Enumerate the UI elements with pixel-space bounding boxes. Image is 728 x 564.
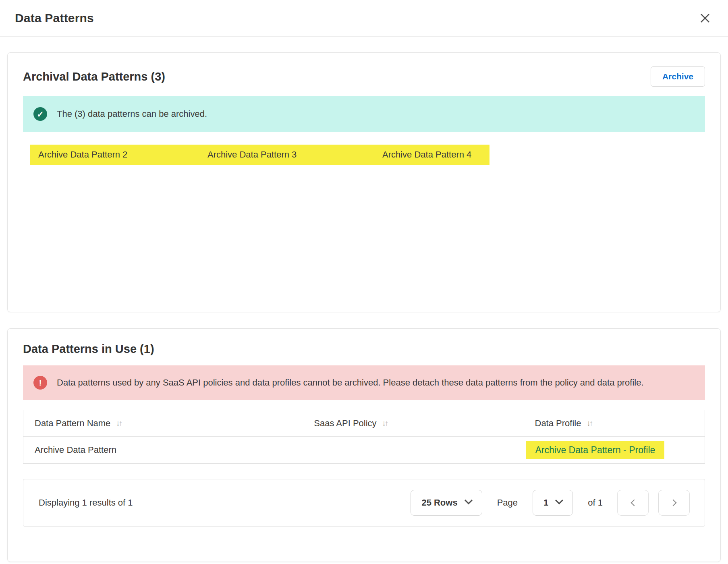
archival-card-title: Archival Data Patterns (3) — [23, 70, 165, 83]
page-number-value: 1 — [543, 498, 548, 508]
sort-up-arrow: ↑ — [119, 419, 122, 427]
chevron-left-icon — [631, 500, 637, 506]
sort-up-arrow: ↑ — [385, 419, 388, 427]
table-header-row: Data Pattern Name ↓↑ Saas API Policy ↓↑ … — [23, 410, 705, 437]
archival-card-header: Archival Data Patterns (3) Archive — [23, 66, 705, 87]
sort-icon[interactable]: ↓↑ — [382, 419, 388, 428]
error-banner: ! Data patterns used by any SaaS API pol… — [23, 365, 705, 400]
archivable-pattern-item: Archive Data Pattern 4 — [374, 149, 489, 160]
chevron-down-icon — [555, 496, 563, 504]
previous-page-button[interactable] — [617, 490, 649, 516]
close-icon — [699, 12, 711, 24]
error-banner-text: Data patterns used by any SaaS API polic… — [57, 376, 644, 389]
sort-icon[interactable]: ↓↑ — [587, 419, 592, 428]
data-profile-link[interactable]: Archive Data Pattern - Profile — [526, 441, 665, 459]
table-row: Archive Data Pattern Archive Data Patter… — [23, 437, 705, 463]
close-button[interactable] — [698, 11, 712, 25]
archive-button[interactable]: Archive — [651, 66, 705, 87]
sort-up-arrow: ↑ — [589, 419, 592, 427]
data-patterns-in-use-card: Data Patterns in Use (1) ! Data patterns… — [7, 328, 721, 562]
column-header-label: Data Pattern Name — [35, 418, 110, 429]
cell-data-profile: Archive Data Pattern - Profile — [514, 441, 705, 459]
dialog-header: Data Patterns — [0, 0, 728, 37]
column-header-label: Data Profile — [535, 418, 581, 429]
page-nav-buttons — [617, 490, 690, 516]
success-banner-text: The (3) data patterns can be archived. — [57, 108, 207, 120]
check-circle-icon: ✓ — [33, 107, 47, 121]
in-use-card-title: Data Patterns in Use (1) — [23, 342, 705, 356]
alert-glyph: ! — [39, 379, 41, 387]
success-banner: ✓ The (3) data patterns can be archived. — [23, 96, 705, 132]
archivable-patterns-row: Archive Data Pattern 2 Archive Data Patt… — [30, 145, 489, 165]
chevron-right-icon — [670, 500, 676, 506]
cell-data-pattern-name: Archive Data Pattern — [23, 445, 303, 455]
column-header-saas-api-policy: Saas API Policy ↓↑ — [303, 418, 514, 429]
dialog-title: Data Patterns — [15, 11, 94, 25]
column-header-label: Saas API Policy — [314, 418, 376, 429]
archivable-pattern-item: Archive Data Pattern 3 — [199, 149, 374, 160]
page-count-label: of 1 — [588, 498, 603, 508]
alert-circle-icon: ! — [33, 376, 47, 390]
next-page-button[interactable] — [658, 490, 690, 516]
archivable-pattern-item: Archive Data Pattern 2 — [30, 149, 199, 160]
pagination-bar: Displaying 1 results of 1 25 Rows Page 1… — [23, 479, 705, 527]
sort-icon[interactable]: ↓↑ — [116, 419, 121, 428]
column-header-data-pattern-name: Data Pattern Name ↓↑ — [23, 418, 303, 429]
rows-per-page-value: 25 Rows — [421, 498, 457, 508]
check-glyph: ✓ — [37, 110, 44, 118]
in-use-table: Data Pattern Name ↓↑ Saas API Policy ↓↑ … — [23, 410, 705, 464]
results-summary: Displaying 1 results of 1 — [39, 498, 133, 508]
page-label: Page — [497, 498, 518, 508]
column-header-data-profile: Data Profile ↓↑ — [514, 418, 705, 429]
page-number-select[interactable]: 1 — [533, 490, 573, 516]
chevron-down-icon — [465, 496, 473, 504]
archival-data-patterns-card: Archival Data Patterns (3) Archive ✓ The… — [7, 52, 721, 312]
rows-per-page-select[interactable]: 25 Rows — [411, 490, 482, 516]
pagination-controls: 25 Rows Page 1 of 1 — [411, 490, 690, 516]
